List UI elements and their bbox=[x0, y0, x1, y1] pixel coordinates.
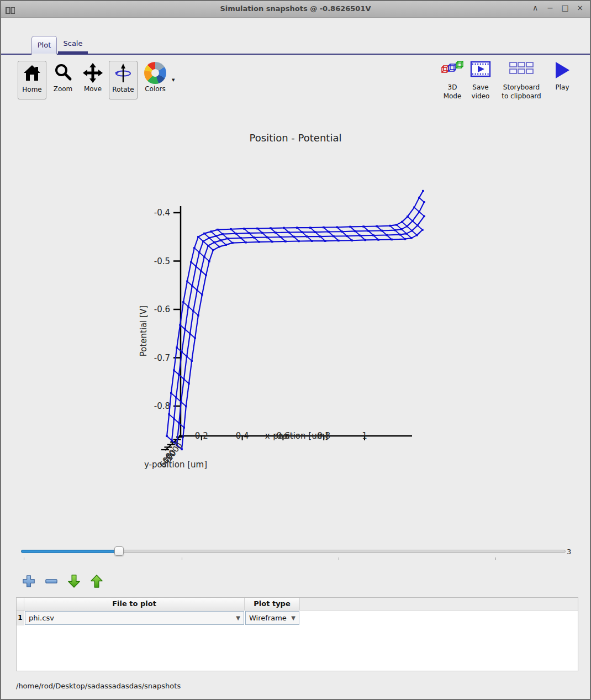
row-number[interactable]: 1 bbox=[17, 610, 24, 625]
svg-text:y-position [um]: y-position [um] bbox=[144, 460, 207, 470]
svg-text:0.4: 0.4 bbox=[236, 431, 249, 441]
file-select-value: phi.csv bbox=[29, 614, 236, 622]
svg-text:Potential [V]: Potential [V] bbox=[139, 306, 149, 356]
remove-row-button[interactable] bbox=[44, 573, 59, 589]
plot-type-select[interactable]: Wireframe ▼ bbox=[245, 611, 299, 625]
add-row-button[interactable] bbox=[21, 573, 36, 589]
move-row-up-button[interactable] bbox=[89, 573, 104, 589]
snapshot-slider[interactable] bbox=[21, 545, 566, 562]
col-file-to-plot[interactable]: File to plot bbox=[24, 598, 245, 610]
slider-handle[interactable] bbox=[114, 546, 124, 556]
slider-tick bbox=[182, 557, 182, 560]
slider-max-label: 3 bbox=[567, 548, 571, 556]
tab-plot[interactable]: Plot bbox=[31, 36, 57, 55]
svg-text:-0.7: -0.7 bbox=[154, 353, 170, 363]
plot-type-value: Wireframe bbox=[249, 614, 291, 622]
svg-text:-0.6: -0.6 bbox=[154, 304, 170, 314]
svg-text:1: 1 bbox=[362, 431, 367, 441]
file-select[interactable]: phi.csv ▼ bbox=[25, 611, 244, 625]
slider-tick bbox=[339, 557, 339, 560]
svg-text:-0.8: -0.8 bbox=[154, 401, 170, 411]
add-icon bbox=[22, 574, 36, 588]
col-plot-type[interactable]: Plot type bbox=[245, 598, 300, 610]
app-window: Simulation snapshots @ -0.8626501V ∧ − □… bbox=[0, 0, 591, 700]
move-row-down-button[interactable] bbox=[66, 573, 82, 589]
svg-text:x-position [um]: x-position [um] bbox=[265, 431, 328, 441]
files-table: File to plot Plot type 1 phi.csv ▼ Wiref… bbox=[16, 597, 578, 671]
status-path: /home/rod/Desktop/sadassadasdas/snapshot… bbox=[16, 682, 181, 690]
plot-canvas[interactable]: -0.4-0.5-0.6-0.7-0.8Potential [V]0.20.40… bbox=[1, 1, 591, 531]
chevron-down-icon: ▼ bbox=[236, 615, 240, 621]
chevron-down-icon: ▼ bbox=[291, 615, 296, 621]
move-up-icon bbox=[89, 574, 104, 588]
remove-icon bbox=[44, 574, 59, 588]
table-row: 1 phi.csv ▼ Wireframe ▼ bbox=[17, 610, 578, 625]
table-header: File to plot Plot type bbox=[17, 598, 578, 610]
svg-text:-0.5: -0.5 bbox=[154, 256, 170, 266]
slider-tick bbox=[495, 557, 496, 560]
slider-tick bbox=[24, 557, 24, 560]
svg-text:-0.4: -0.4 bbox=[154, 208, 170, 218]
svg-text:0.2: 0.2 bbox=[195, 431, 208, 441]
move-down-icon bbox=[67, 574, 81, 588]
slider-fill bbox=[21, 550, 119, 553]
corner-header bbox=[17, 598, 24, 610]
header-stub bbox=[300, 598, 578, 610]
